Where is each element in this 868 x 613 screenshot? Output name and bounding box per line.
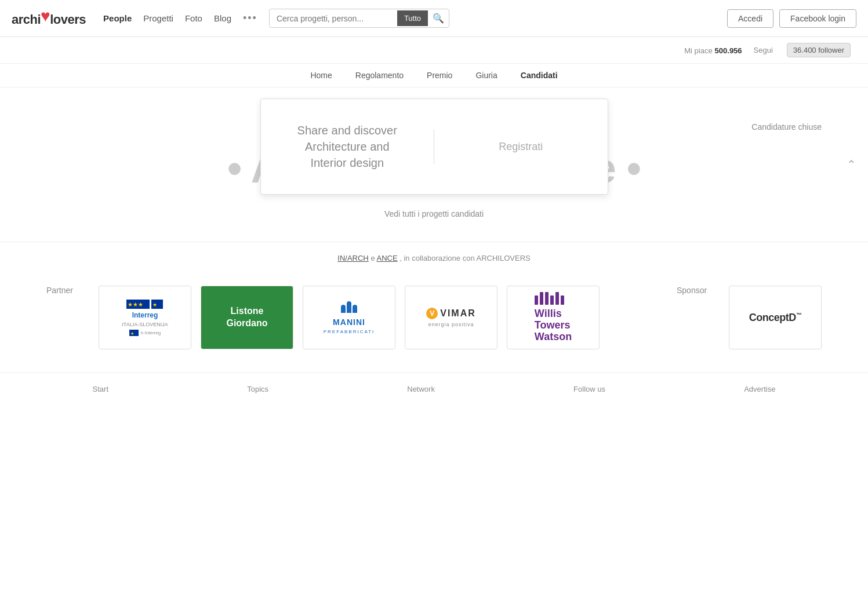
manini-waves: [341, 301, 357, 313]
interreg-flag2: ★: [151, 300, 163, 309]
dropdown-divider: [434, 129, 434, 164]
interreg-flag-svg: ★★★: [126, 300, 150, 309]
svg-text:★: ★: [152, 302, 157, 308]
footer-network[interactable]: Network: [407, 385, 435, 393]
vimar-logo-card: V VIMAR energia positiva: [405, 286, 497, 349]
sponsor-logos: ConceptD™: [729, 286, 822, 349]
wtw-bar-6: [561, 295, 564, 305]
wtw-logo: WillisTowersWatson: [529, 286, 578, 348]
candidature-status: Candidature chiuse: [751, 122, 822, 132]
search-icon: 🔍: [433, 13, 444, 23]
segui-label: Segui: [754, 46, 773, 54]
follower-bar: Mi piace 500.956 Segui 36.400 follower: [0, 37, 868, 64]
eu-flag-icon: ★: [129, 330, 139, 336]
manini-wave-3: [353, 305, 357, 313]
footer: Start Topics Network Follow us Advertise: [0, 373, 868, 405]
sub-nav-home[interactable]: Home: [310, 71, 332, 80]
nav-people[interactable]: People: [103, 13, 132, 23]
manini-logo: MANINI PREFABBRICATI: [324, 301, 375, 334]
header: archi♥lovers People Progetti Foto Blog •…: [0, 0, 868, 37]
wtw-bar-1: [535, 295, 538, 305]
wtw-bars: [535, 292, 564, 305]
interreg-logo-card: ★★★ ★ Interreg ITALIA-SLOVENIJA ★ h Inte…: [99, 286, 191, 349]
scroll-up-button[interactable]: ⌃: [847, 158, 856, 172]
nav-foto[interactable]: Foto: [185, 13, 202, 23]
collab-bar: IN/ARCH e ANCE , in collaborazione con A…: [0, 242, 868, 274]
wtw-bar-2: [540, 292, 543, 305]
wtw-text: WillisTowersWatson: [535, 308, 572, 342]
footer-start[interactable]: Start: [93, 385, 108, 393]
partners-section: Partner ★★★ ★ Interreg ITALIA-SLOVENIJA: [0, 274, 868, 361]
interreg-eu-text: h Interreg: [141, 330, 161, 335]
listone-logo-card: ListoneGiordano: [201, 286, 293, 349]
vimar-top: V VIMAR: [426, 308, 476, 319]
nav-progetti[interactable]: Progetti: [143, 13, 173, 23]
inarch-link[interactable]: IN/ARCH: [337, 254, 368, 262]
nav-blog[interactable]: Blog: [214, 13, 231, 23]
manini-wave-1: [341, 305, 346, 313]
conceptd-logo: ConceptD™: [749, 312, 802, 324]
search-icon-button[interactable]: 🔍: [428, 9, 449, 27]
sub-nav-premio[interactable]: Premio: [427, 71, 452, 80]
search-filter-button[interactable]: Tutto: [397, 10, 428, 26]
sub-nav-regolamento[interactable]: Regolamento: [355, 71, 404, 80]
sub-nav: Home Regolamento Premio Giuria Candidati: [0, 64, 868, 87]
manini-text-sub: PREFABBRICATI: [324, 329, 375, 334]
main-nav: People Progetti Foto Blog •••: [103, 12, 257, 24]
wtw-bar-5: [555, 292, 559, 305]
footer-advertise[interactable]: Advertise: [744, 385, 775, 393]
collab-text: , in collaborazione con ARCHILOVERS: [400, 254, 530, 262]
mi-piace-text: Mi piace: [684, 46, 712, 55]
sub-nav-container: Home Regolamento Premio Giuria Candidati…: [0, 64, 868, 87]
hero-link[interactable]: Vedi tutti i progetti candidati: [384, 209, 484, 218]
dropdown-tagline: Share and discover Architecture and Inte…: [296, 122, 400, 171]
sub-nav-giuria[interactable]: Giuria: [475, 71, 497, 80]
svg-text:★★★: ★★★: [128, 301, 143, 308]
footer-follow-us[interactable]: Follow us: [573, 385, 605, 393]
search-bar: Tutto 🔍: [269, 9, 449, 28]
collab-e: e: [371, 254, 376, 262]
follower-badge[interactable]: 36.400 follower: [787, 43, 851, 57]
conceptd-logo-card: ConceptD™: [729, 286, 822, 349]
logo-text: archi♥lovers: [12, 9, 86, 28]
manini-text-main: MANINI: [333, 318, 365, 327]
footer-topics[interactable]: Topics: [247, 385, 268, 393]
listone-text: ListoneGiordano: [220, 300, 273, 335]
wtw-bar-4: [550, 295, 554, 305]
sponsor-label: Sponsor: [677, 286, 711, 295]
partner-label: Partner: [46, 286, 81, 295]
dropdown-overlay: Share and discover Architecture and Inte…: [260, 98, 608, 195]
vimar-logo: V VIMAR energia positiva: [426, 308, 476, 327]
partner-logos: ★★★ ★ Interreg ITALIA-SLOVENIJA ★ h Inte…: [99, 286, 659, 349]
nav-more[interactable]: •••: [243, 12, 257, 24]
interreg-sub: ITALIA-SLOVENIJA: [122, 322, 168, 327]
accedi-button[interactable]: Accedi: [727, 9, 773, 28]
manini-logo-card: MANINI PREFABBRICATI: [303, 286, 395, 349]
mi-piace-count: 500.956: [715, 46, 742, 55]
ance-link[interactable]: ANCE: [377, 254, 398, 262]
header-actions: Accedi Facebook login: [727, 9, 856, 28]
interreg-eu: ★ h Interreg: [129, 330, 161, 336]
vimar-icon: V: [426, 308, 438, 319]
vimar-name: VIMAR: [440, 308, 476, 319]
sub-nav-candidati[interactable]: Candidati: [521, 71, 558, 80]
logo[interactable]: archi♥lovers: [12, 9, 86, 28]
vimar-sub: energia positiva: [428, 322, 474, 327]
interreg-logo: ★★★ ★ Interreg ITALIA-SLOVENIJA ★ h Inte…: [116, 294, 173, 342]
search-input[interactable]: [270, 10, 397, 27]
conceptd-tm: ™: [796, 312, 802, 318]
mi-piace-label: Mi piace 500.956: [684, 46, 742, 55]
registrati-button[interactable]: Registrati: [469, 141, 573, 153]
wtw-bar-3: [545, 292, 549, 305]
facebook-login-button[interactable]: Facebook login: [779, 9, 856, 28]
interreg-top: ★★★ ★: [126, 300, 163, 309]
svg-text:★: ★: [130, 331, 134, 335]
manini-wave-2: [347, 301, 351, 313]
wtw-logo-card: WillisTowersWatson: [507, 286, 600, 349]
interreg-text: Interreg: [132, 311, 158, 319]
